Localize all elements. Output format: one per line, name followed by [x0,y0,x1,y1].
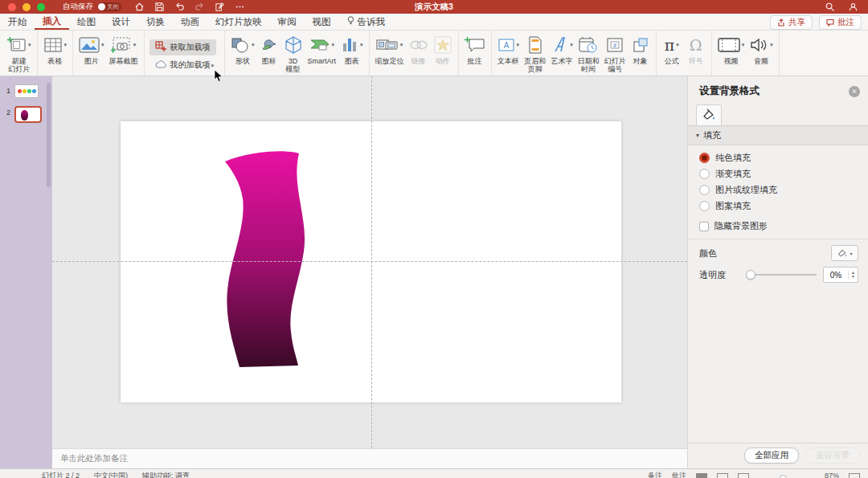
vertical-guide[interactable] [371,76,372,448]
equation-button[interactable]: π 公式 [660,33,684,66]
new-comment-button[interactable]: 批注 [462,33,488,66]
share-edit-icon[interactable] [215,2,225,12]
slideshow-view-icon[interactable] [738,473,749,478]
equation-icon: π [665,38,675,53]
header-footer-button[interactable]: 页眉和 页脚 [522,33,548,75]
spinner-arrows-icon[interactable]: ▲▼ [848,271,858,280]
option-pattern-fill[interactable]: 图案填充 [699,200,857,212]
slide-sorter-view-icon[interactable] [717,473,728,478]
fill-section-header[interactable]: ▾ 填充 [688,126,868,145]
tab-slideshow[interactable]: 幻灯片放映 [207,14,270,30]
fit-slide-icon[interactable] [849,473,860,478]
picture-button[interactable]: 图片 [76,33,107,66]
chart-button[interactable]: 图表 [338,33,366,66]
transparency-spinner[interactable]: 0% ▲▼ [823,267,858,283]
object-label: 对象 [633,57,648,65]
color-picker-button[interactable]: ▾ [831,245,858,261]
title-bar: 自动保存 关闭 演示文稿3 [0,0,868,14]
tab-tellme-label: 告诉我 [358,16,386,28]
3d-models-button[interactable]: 3D 模型 [281,33,305,75]
hide-background-row[interactable]: 隐藏背景图形 [688,215,868,239]
share-button[interactable]: 共享 [770,15,813,30]
slide-1-preview[interactable] [14,84,39,98]
slide-1-number: 1 [6,87,10,95]
my-addins-button[interactable]: 我的加载项 [149,58,220,72]
slide-thumb-1[interactable]: 1 [6,84,52,98]
group-table: 表格 [38,31,74,76]
save-icon[interactable] [154,2,165,12]
action-icon [434,36,452,54]
tab-home[interactable]: 开始 [0,14,35,30]
zoom-window-button[interactable] [37,3,45,11]
accessibility-status[interactable]: 辅助功能: 调查 [142,469,190,478]
more-icon[interactable] [235,2,245,12]
new-slide-icon [7,36,27,54]
action-label: 动作 [436,57,450,65]
new-comment-label: 批注 [468,57,482,65]
autosave-toggle[interactable]: 关闭 [97,2,121,11]
search-icon[interactable] [825,2,835,12]
language-status[interactable]: 中文(中国) [94,469,128,478]
minimize-window-button[interactable] [23,3,31,11]
tab-insert[interactable]: 插入 [35,14,69,30]
slide-canvas[interactable]: 单击此处添加备注 [52,76,687,468]
tab-animations[interactable]: 动画 [173,14,207,30]
smartart-button[interactable]: SmartArt [305,33,339,66]
slide-number-button[interactable]: # 幻灯片 编号 [602,33,628,75]
textbox-button[interactable]: A 文本框 [495,33,522,66]
datetime-button[interactable]: 日期和 时间 [575,33,602,75]
normal-view-icon[interactable] [696,473,707,478]
video-button[interactable]: 视频 [715,33,747,66]
radio-selected[interactable] [699,153,710,163]
option-solid-fill[interactable]: 纯色填充 [699,152,857,164]
tab-design[interactable]: 设计 [104,14,138,30]
undo-icon[interactable] [174,2,185,12]
radio[interactable] [699,201,710,211]
table-button[interactable]: 表格 [41,33,70,66]
thumb-dot-yellow [23,89,27,93]
panel-tab-strip [688,104,868,126]
horizontal-guide[interactable] [52,261,687,262]
radio[interactable] [699,185,710,195]
tab-review[interactable]: 审阅 [270,14,305,30]
notes-area[interactable]: 单击此处添加备注 [52,448,687,468]
tab-view[interactable]: 视图 [305,14,339,30]
svg-text:A: A [503,41,509,50]
slide-thumb-2[interactable]: 2 [6,106,52,123]
shapes-button[interactable]: 形状 [228,33,257,66]
radio[interactable] [699,169,710,179]
share-button-label: 共享 [788,17,805,28]
thumb-wave-shape [21,110,28,121]
option-gradient-fill[interactable]: 渐变填充 [699,168,857,180]
zoom-slider-knob[interactable] [780,475,787,478]
zoom-link-button[interactable]: 缩放定位 [373,33,407,66]
notes-toggle[interactable]: 备注 [648,469,662,478]
comments-toggle[interactable]: 批注 [672,469,686,478]
object-button[interactable]: 对象 [628,33,653,66]
home-icon[interactable] [134,2,145,12]
transparency-slider[interactable] [747,274,817,276]
wordart-icon [551,36,568,54]
slide-number-label: 幻灯片 编号 [604,57,626,74]
zoom-percentage[interactable]: 87% [825,469,839,478]
hide-background-checkbox[interactable] [699,222,709,231]
slider-knob[interactable] [746,270,755,280]
option-picture-fill[interactable]: 图片或纹理填充 [699,184,857,196]
close-window-button[interactable] [8,3,16,11]
apply-to-all-button[interactable]: 全部应用 [744,447,799,464]
slide-2-preview-selected[interactable] [14,106,42,123]
comments-button[interactable]: 批注 [819,15,862,30]
wordart-button[interactable]: 艺术字 [548,33,575,66]
tab-transitions[interactable]: 切换 [138,14,173,30]
new-slide-button[interactable]: 新建 幻灯片 [5,33,34,75]
close-panel-icon[interactable] [849,86,860,97]
screenshot-button[interactable]: 屏幕截图 [107,33,141,66]
audio-button[interactable]: 音频 [747,33,776,66]
icons-button[interactable]: 图标 [257,33,281,66]
tab-draw[interactable]: 绘图 [69,14,104,30]
get-addins-button[interactable]: 获取加载项 [149,39,216,55]
presence-icon[interactable] [848,2,858,12]
thumbnail-scrollbar[interactable] [47,83,51,187]
fill-tab[interactable] [696,104,722,125]
tab-tellme[interactable]: 告诉我 [339,14,394,30]
